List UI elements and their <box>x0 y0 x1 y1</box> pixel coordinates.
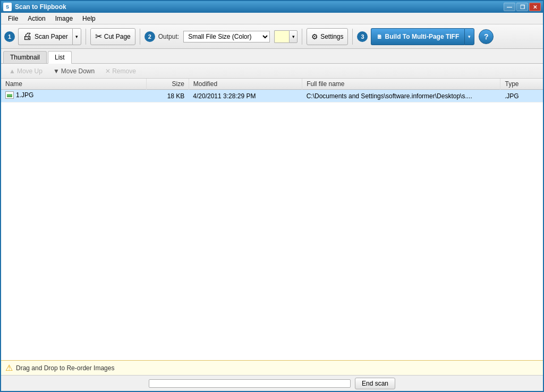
scanner-icon: 🖨 <box>23 31 32 42</box>
col-name: Name <box>1 79 146 90</box>
color-swatch-btn: ▾ <box>274 30 298 43</box>
table-body: 1.JPG 18 KB 4/20/2011 3:28:29 PM C:\Docu… <box>1 90 543 103</box>
cell-size: 18 KB <box>146 90 189 103</box>
gear-icon: ⚙ <box>311 32 318 41</box>
scan-paper-label: Scan Paper <box>35 33 68 40</box>
cut-page-button[interactable]: ✂ Cut Page <box>90 28 135 45</box>
file-icon <box>5 91 14 99</box>
empty-area <box>1 219 543 360</box>
cut-icon: ✂ <box>95 31 102 41</box>
settings-label: Settings <box>320 33 343 40</box>
remove-button[interactable]: ✕ Remove <box>100 66 141 76</box>
cell-name: 1.JPG <box>1 90 146 103</box>
title-bar: S Scan to Flipbook — ❐ ✕ <box>1 1 543 13</box>
menu-action[interactable]: Action <box>23 13 50 24</box>
cell-modified: 4/20/2011 3:28:29 PM <box>189 90 302 103</box>
menu-image[interactable]: Image <box>50 13 78 24</box>
tabs-area: Thumbnail List <box>1 49 543 64</box>
separator1 <box>86 29 86 45</box>
cut-page-label: Cut Page <box>104 33 131 40</box>
move-up-button[interactable]: ▲ Move Up <box>4 66 47 76</box>
move-up-icon: ▲ <box>9 67 15 75</box>
move-down-label: Move Down <box>61 67 95 75</box>
progress-bar <box>149 379 351 388</box>
build-button-group: 🗎 Build To Multi-Page TIFF ▾ <box>371 28 474 45</box>
list-toolbar: ▲ Move Up ▼ Move Down ✕ Remove <box>1 64 543 79</box>
menu-file[interactable]: File <box>3 13 23 24</box>
color-swatch[interactable] <box>274 30 289 43</box>
endscan-bar: End scan <box>1 375 543 391</box>
output-select[interactable]: Small File Size (Color) Medium File Size… <box>183 31 270 42</box>
app-window: S Scan to Flipbook — ❐ ✕ File Action Ima… <box>0 0 544 392</box>
file-name: 1.JPG <box>16 91 33 99</box>
build-dropdown[interactable]: ▾ <box>464 28 474 45</box>
cell-type: .JPG <box>500 90 543 103</box>
menu-bar: File Action Image Help <box>1 13 543 24</box>
app-icon: S <box>3 3 12 11</box>
move-up-label: Move Up <box>17 67 42 75</box>
separator2 <box>140 29 140 45</box>
col-type: Type <box>500 79 543 90</box>
status-bar: ⚠ Drag and Drop to Re-order Images <box>1 360 543 375</box>
separator4 <box>352 29 353 45</box>
scan-paper-button[interactable]: 🖨 Scan Paper <box>18 28 72 45</box>
tab-list[interactable]: List <box>48 51 72 64</box>
move-down-button[interactable]: ▼ Move Down <box>48 66 99 76</box>
settings-button[interactable]: ⚙ Settings <box>307 28 348 45</box>
output-label: Output: <box>158 33 179 40</box>
minimize-button[interactable]: — <box>504 3 515 11</box>
move-down-icon: ▼ <box>53 67 60 75</box>
status-text: Drag and Drop to Re-order Images <box>16 364 114 372</box>
menu-help[interactable]: Help <box>78 13 100 24</box>
separator3 <box>302 29 302 45</box>
step1-number: 1 <box>4 31 15 42</box>
step2-number: 2 <box>144 31 155 42</box>
scan-paper-btn-group: 🖨 Scan Paper ▾ <box>18 28 81 45</box>
remove-icon: ✕ <box>105 67 110 75</box>
step3-number: 3 <box>357 31 368 42</box>
help-button[interactable]: ? <box>479 29 494 44</box>
scan-paper-dropdown[interactable]: ▾ <box>72 28 81 45</box>
tab-thumbnail[interactable]: Thumbnail <box>3 51 47 63</box>
window-controls: — ❐ ✕ <box>504 3 541 11</box>
col-fullname: Full file name <box>302 79 500 90</box>
toolbar: 1 🖨 Scan Paper ▾ ✂ Cut Page 2 Output: Sm… <box>1 24 543 49</box>
end-scan-button[interactable]: End scan <box>355 378 395 389</box>
warning-icon: ⚠ <box>5 363 13 373</box>
table-row[interactable]: 1.JPG 18 KB 4/20/2011 3:28:29 PM C:\Docu… <box>1 90 543 103</box>
build-button[interactable]: 🗎 Build To Multi-Page TIFF <box>371 28 464 45</box>
file-table-area: Name Size Modified Full file name Type 1… <box>1 79 543 219</box>
restore-button[interactable]: ❐ <box>516 3 528 11</box>
close-button[interactable]: ✕ <box>529 3 541 11</box>
file-table: Name Size Modified Full file name Type 1… <box>1 79 543 103</box>
cell-fullname: C:\Documents and Settings\software.infor… <box>302 90 500 103</box>
remove-label: Remove <box>112 67 136 75</box>
table-header: Name Size Modified Full file name Type <box>1 79 543 90</box>
color-swatch-arrow[interactable]: ▾ <box>289 30 298 43</box>
build-label: Build To Multi-Page TIFF <box>385 33 459 40</box>
tiff-icon: 🗎 <box>377 33 382 40</box>
col-size: Size <box>146 79 189 90</box>
main-area: Thumbnail List ▲ Move Up ▼ Move Down ✕ R… <box>1 49 543 391</box>
window-title: Scan to Flipbook <box>15 3 504 11</box>
col-modified: Modified <box>189 79 302 90</box>
